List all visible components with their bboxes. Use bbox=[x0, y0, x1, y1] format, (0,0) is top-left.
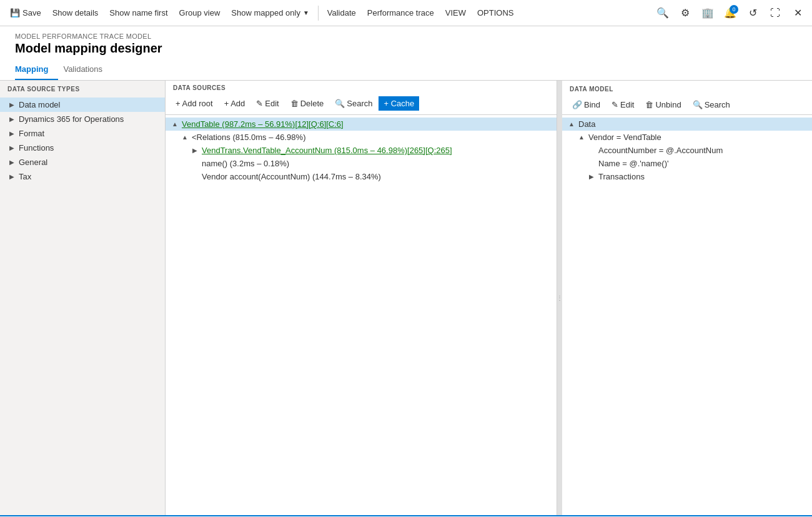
view-button[interactable]: VIEW bbox=[440, 6, 471, 20]
sidebar-item-dynamics365[interactable]: ▶ Dynamics 365 for Operations bbox=[0, 112, 165, 126]
show-mapped-button[interactable]: Show mapped only ▼ bbox=[226, 6, 314, 20]
chevron-right-icon: ▶ bbox=[7, 144, 16, 151]
close-button[interactable]: ✕ bbox=[788, 4, 807, 23]
center-toolbar: + Add root + Add ✎ Edit 🗑 Delete 🔍 Searc… bbox=[166, 93, 557, 115]
refresh-button[interactable]: ↺ bbox=[743, 4, 762, 23]
add-root-button[interactable]: + Add root bbox=[171, 96, 218, 111]
chevron-down-icon: ▲ bbox=[171, 121, 179, 128]
chevron-right-icon: ▶ bbox=[191, 147, 199, 154]
search-button[interactable]: 🔍 Search bbox=[330, 96, 377, 111]
right-panel: DATA MODEL 🔗 Bind ✎ Edit 🗑 Unbind 🔍 Sear… bbox=[562, 81, 812, 515]
data-model-tree: ▲ Data ▲ Vendor = VendTable AccountNumbe… bbox=[562, 115, 812, 515]
data-sources-label: DATA SOURCES bbox=[166, 81, 557, 93]
notification-button[interactable]: 🔔 0 bbox=[721, 4, 740, 23]
chevron-down-icon: ▼ bbox=[303, 9, 309, 16]
tree-node-account-number[interactable]: AccountNumber = @.AccountNum bbox=[562, 144, 812, 157]
sidebar-item-general[interactable]: ▶ General bbox=[0, 155, 165, 169]
source-types-tree: ▶ Data model ▶ Dynamics 365 for Operatio… bbox=[0, 95, 165, 515]
settings-icon[interactable]: ⚙ bbox=[676, 4, 695, 23]
edit-button[interactable]: ✎ Edit bbox=[607, 98, 639, 112]
tab-validations[interactable]: Validations bbox=[63, 59, 112, 80]
bind-button[interactable]: 🔗 Bind bbox=[567, 98, 605, 112]
delete-icon: 🗑 bbox=[290, 99, 299, 108]
notification-badge: 0 bbox=[730, 5, 738, 14]
tree-node-relations[interactable]: ▲ <Relations (815.0ms – 46.98%) bbox=[166, 131, 557, 144]
validate-button[interactable]: Validate bbox=[322, 6, 361, 20]
chevron-down-icon: ▲ bbox=[577, 134, 586, 141]
chevron-right-icon: ▶ bbox=[7, 130, 16, 137]
sidebar-item-functions[interactable]: ▶ Functions bbox=[0, 141, 165, 155]
search-button[interactable]: 🔍 Search bbox=[688, 98, 735, 112]
tree-node-name[interactable]: name() (3.2ms – 0.18%) bbox=[166, 157, 557, 170]
tree-node-vendor[interactable]: ▲ Vendor = VendTable bbox=[562, 131, 812, 144]
tree-node-vendtable[interactable]: ▲ VendTable (987.2ms – 56.91%)[12][Q:6][… bbox=[166, 118, 557, 131]
link-icon: 🔗 bbox=[572, 100, 582, 109]
expand-button[interactable]: ⛶ bbox=[766, 4, 785, 23]
left-panel: DATA SOURCE TYPES ▶ Data model ▶ Dynamic… bbox=[0, 81, 166, 515]
unlink-icon: 🗑 bbox=[645, 100, 653, 109]
save-icon: 💾 bbox=[10, 8, 20, 18]
chevron-down-icon: ▲ bbox=[567, 121, 576, 128]
cache-button[interactable]: + Cache bbox=[379, 96, 419, 111]
sidebar-item-format[interactable]: ▶ Format bbox=[0, 126, 165, 141]
show-name-button[interactable]: Show name first bbox=[104, 6, 172, 20]
tab-mapping[interactable]: Mapping bbox=[15, 59, 58, 80]
tree-node-name[interactable]: Name = @.'name()' bbox=[562, 157, 812, 170]
chevron-right-icon: ▶ bbox=[587, 173, 596, 180]
main-layout: DATA SOURCE TYPES ▶ Data model ▶ Dynamic… bbox=[0, 81, 812, 515]
show-details-button[interactable]: Show details bbox=[47, 6, 104, 20]
center-panel: DATA SOURCES + Add root + Add ✎ Edit 🗑 D… bbox=[166, 81, 557, 515]
tab-bar: Mapping Validations bbox=[0, 59, 812, 81]
chevron-right-icon: ▶ bbox=[7, 159, 16, 166]
search-button[interactable]: 🔍 bbox=[653, 4, 672, 23]
group-view-button[interactable]: Group view bbox=[174, 6, 225, 20]
page-title: Model mapping designer bbox=[15, 41, 797, 56]
sidebar-item-data-model[interactable]: ▶ Data model bbox=[0, 98, 165, 112]
chevron-right-icon: ▶ bbox=[7, 101, 16, 108]
data-sources-tree: ▲ VendTable (987.2ms – 56.91%)[12][Q:6][… bbox=[166, 115, 557, 515]
add-button[interactable]: + Add bbox=[219, 96, 250, 111]
horizontal-drag-handle[interactable]: ⋮ bbox=[557, 81, 562, 515]
chevron-right-icon: ▶ bbox=[7, 116, 16, 123]
search-icon: 🔍 bbox=[335, 99, 345, 108]
save-button[interactable]: 💾 Save bbox=[5, 6, 46, 20]
tree-node-vendtrans[interactable]: ▶ VendTrans.VendTable_AccountNum (815.0m… bbox=[166, 144, 557, 157]
tree-node-data[interactable]: ▲ Data bbox=[562, 118, 812, 131]
page-header: MODEL PERFORMANCE TRACE MODEL Model mapp… bbox=[0, 26, 812, 59]
data-source-types-label: DATA SOURCE TYPES bbox=[0, 81, 165, 95]
edit-button[interactable]: ✎ Edit bbox=[251, 96, 284, 111]
office-icon[interactable]: 🏢 bbox=[698, 4, 717, 23]
delete-button[interactable]: 🗑 Delete bbox=[285, 96, 329, 111]
tree-node-vendor-account[interactable]: Vendor account(AccountNum) (144.7ms – 8.… bbox=[166, 170, 557, 183]
toolbar-right: 🔍 ⚙ 🏢 🔔 0 ↺ ⛶ ✕ bbox=[653, 4, 807, 23]
performance-trace-button[interactable]: Performance trace bbox=[362, 6, 439, 20]
breadcrumb: MODEL PERFORMANCE TRACE MODEL bbox=[15, 33, 797, 40]
separator bbox=[318, 6, 319, 21]
search-icon: 🔍 bbox=[693, 100, 703, 109]
chevron-right-icon: ▶ bbox=[7, 173, 16, 180]
data-model-label: DATA MODEL bbox=[562, 81, 812, 95]
sidebar-item-tax[interactable]: ▶ Tax bbox=[0, 169, 165, 184]
main-toolbar: 💾 Save Show details Show name first Grou… bbox=[0, 0, 812, 26]
edit-icon: ✎ bbox=[256, 99, 263, 108]
unbind-button[interactable]: 🗑 Unbind bbox=[640, 98, 686, 112]
chevron-down-icon: ▲ bbox=[181, 134, 189, 141]
options-button[interactable]: OPTIONS bbox=[472, 6, 519, 20]
right-toolbar: 🔗 Bind ✎ Edit 🗑 Unbind 🔍 Search bbox=[562, 95, 812, 115]
tree-node-transactions[interactable]: ▶ Transactions bbox=[562, 170, 812, 183]
edit-icon: ✎ bbox=[611, 100, 618, 109]
